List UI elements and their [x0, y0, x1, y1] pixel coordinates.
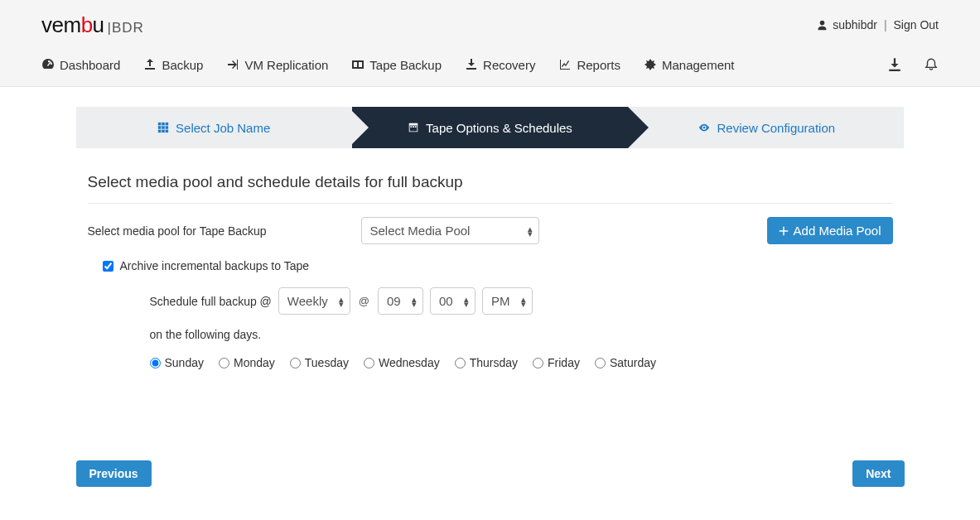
svg-rect-1: [162, 123, 165, 126]
nav-tape-backup[interactable]: Tape Backup: [351, 58, 442, 72]
nav-label: Backup: [162, 58, 203, 72]
brand-prefix: vem: [41, 12, 81, 38]
nav-label: Reports: [577, 58, 620, 72]
download-icon: [465, 58, 478, 71]
radio-label: Monday: [234, 356, 275, 369]
dashboard-icon: [41, 58, 55, 71]
plus-icon: [779, 226, 789, 236]
frequency-select[interactable]: Weekly: [278, 287, 350, 315]
replication-icon: [226, 58, 239, 71]
svg-rect-3: [158, 126, 162, 129]
nav-backup[interactable]: Backup: [143, 58, 203, 72]
wizard-steps: Select Job Name Tape Options & Schedules…: [76, 107, 905, 148]
day-radio-friday[interactable]: Friday: [533, 356, 580, 369]
radio-input[interactable]: [150, 358, 161, 368]
wizard-step-1[interactable]: Select Job Name: [76, 107, 352, 148]
nav-vm-replication[interactable]: VM Replication: [226, 58, 328, 72]
day-radio-saturday[interactable]: Saturday: [595, 356, 656, 369]
wizard-step-label: Select Job Name: [176, 121, 270, 135]
svg-rect-6: [158, 130, 162, 133]
signout-link[interactable]: Sign Out: [894, 18, 939, 31]
nav-management[interactable]: Management: [644, 58, 735, 72]
schedule-prefix-label: Schedule full backup @: [150, 295, 272, 308]
radio-input[interactable]: [290, 358, 301, 368]
tape-icon: [351, 58, 364, 71]
nav-label: Tape Backup: [369, 58, 442, 72]
brand-u: u: [93, 12, 104, 38]
nav-recovery[interactable]: Recovery: [465, 58, 535, 72]
previous-button[interactable]: Previous: [76, 460, 152, 487]
radio-label: Wednesday: [379, 356, 440, 369]
nav-label: VM Replication: [244, 58, 328, 72]
radio-input[interactable]: [455, 358, 466, 368]
nav-label: Management: [662, 58, 735, 72]
radio-label: Saturday: [610, 356, 656, 369]
radio-label: Friday: [548, 356, 580, 369]
radio-input[interactable]: [533, 358, 543, 368]
brand-suffix: |BDR: [108, 20, 144, 36]
at-symbol: @: [359, 295, 369, 307]
radio-label: Thursday: [470, 356, 518, 369]
svg-rect-4: [162, 126, 165, 129]
day-radio-sunday[interactable]: Sunday: [150, 356, 204, 369]
radio-input[interactable]: [219, 358, 229, 368]
eye-icon: [698, 122, 711, 133]
days-label: on the following days.: [150, 328, 893, 341]
day-radio-tuesday[interactable]: Tuesday: [290, 356, 349, 369]
wizard-step-label: Review Configuration: [717, 121, 836, 135]
username-link[interactable]: subhibdr: [833, 18, 877, 31]
button-label: Add Media Pool: [794, 224, 881, 238]
radio-label: Tuesday: [305, 356, 349, 369]
archive-incremental-checkbox[interactable]: [103, 261, 113, 272]
add-media-pool-button[interactable]: Add Media Pool: [767, 217, 893, 244]
hour-select[interactable]: 09: [378, 287, 423, 315]
bell-icon[interactable]: [924, 57, 939, 72]
days-row: Sunday Monday Tuesday Wednesday Thursday: [150, 356, 893, 369]
wizard-step-2[interactable]: Tape Options & Schedules: [352, 107, 628, 148]
wizard-step-3[interactable]: Review Configuration: [628, 107, 904, 148]
media-pool-select[interactable]: Select Media Pool: [361, 217, 539, 244]
svg-rect-0: [158, 123, 162, 126]
checkbox-label: Archive incremental backups to Tape: [120, 259, 310, 272]
radio-input[interactable]: [364, 358, 374, 368]
day-radio-thursday[interactable]: Thursday: [455, 356, 518, 369]
user-icon: [817, 20, 828, 31]
nav-dashboard[interactable]: Dashboard: [41, 58, 120, 72]
svg-rect-2: [166, 123, 169, 126]
section-title: Select media pool and schedule details f…: [88, 173, 893, 191]
management-icon: [644, 58, 657, 71]
day-radio-monday[interactable]: Monday: [219, 356, 275, 369]
divider: [88, 203, 893, 204]
download-tray-icon[interactable]: [887, 57, 902, 72]
nav-reports[interactable]: Reports: [558, 58, 620, 72]
chart-icon: [558, 58, 572, 71]
radio-input[interactable]: [595, 358, 606, 368]
svg-rect-8: [166, 130, 169, 133]
nav-label: Dashboard: [60, 58, 120, 72]
grid-icon: [157, 122, 169, 133]
wizard-step-label: Tape Options & Schedules: [426, 121, 572, 135]
media-pool-label: Select media pool for Tape Backup: [88, 224, 361, 238]
upload-icon: [143, 58, 157, 71]
brand-b: b: [81, 12, 93, 38]
separator: |: [884, 18, 887, 31]
ampm-select[interactable]: PM: [482, 287, 533, 315]
brand-logo: vembu|BDR: [41, 12, 144, 38]
nav-label: Recovery: [483, 58, 535, 72]
minute-select[interactable]: 00: [430, 287, 476, 315]
day-radio-wednesday[interactable]: Wednesday: [364, 356, 440, 369]
calendar-icon: [408, 122, 419, 133]
radio-label: Sunday: [165, 356, 204, 369]
svg-rect-5: [166, 126, 169, 129]
next-button[interactable]: Next: [852, 460, 904, 487]
svg-rect-7: [162, 130, 165, 133]
